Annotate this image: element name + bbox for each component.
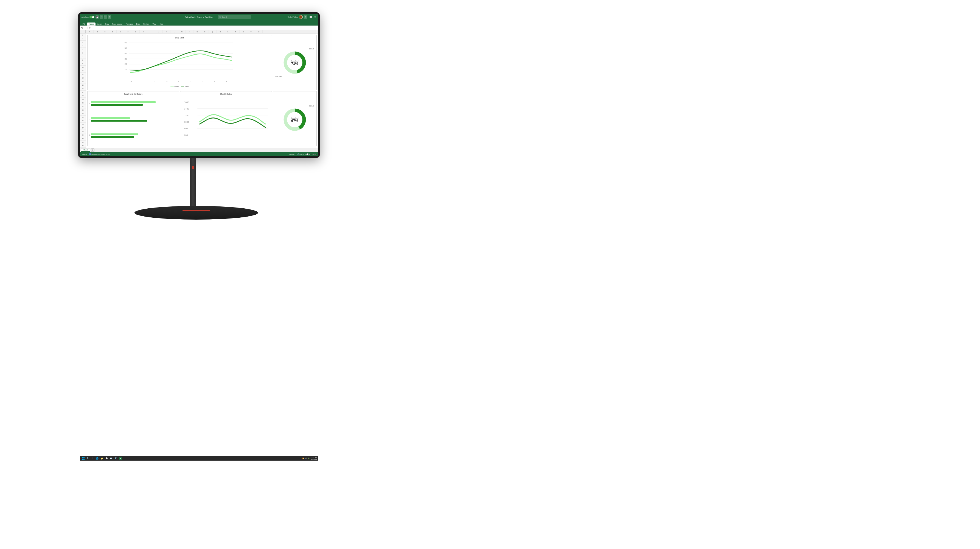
tab-page-layout[interactable]: Page Layout [111, 22, 124, 25]
start-button[interactable] [81, 457, 85, 460]
cell-reference[interactable]: A1 [81, 27, 88, 29]
row-20: 20 [80, 101, 86, 105]
col-q: Q [209, 30, 216, 33]
volume-icon: 🔊 [305, 458, 307, 459]
monthly-sales-svg: 1600 1400 1200 1000 800 600 [182, 96, 270, 143]
bar-group-4 [91, 101, 177, 106]
daily-sales-chart: Daily Sales 60 50 40 30 20 10 [87, 35, 272, 90]
row-23: 23 [80, 112, 86, 116]
col-m: M [178, 30, 186, 33]
add-sheet-button[interactable]: + [91, 148, 94, 152]
col-n: N [186, 30, 194, 33]
status-accessibility: ♿ Accessibility: Good to go [89, 153, 110, 155]
svg-text:7: 7 [214, 80, 215, 83]
row-22: 22 [80, 108, 86, 112]
col-e: E [117, 30, 124, 33]
grid-area: Daily Sales 60 50 40 30 20 10 [86, 33, 318, 148]
tab-view[interactable]: View [151, 22, 158, 25]
bar-group-2 [91, 134, 177, 138]
row-3: 3 [80, 41, 86, 44]
bar-4-dark [91, 104, 143, 106]
svg-text:1400: 1400 [184, 107, 189, 110]
svg-text:20: 20 [125, 63, 127, 65]
tab-data[interactable]: Data [135, 22, 142, 25]
row-14: 14 [80, 80, 86, 83]
supply-and-monthly-charts: Supply and Sell Orders 4 3 2 [87, 91, 272, 146]
search-taskbar-icon[interactable]: 🔍 [86, 457, 89, 460]
customize-icon[interactable]: ▾ [108, 15, 111, 19]
bar-3-dark [91, 120, 147, 122]
donut2-wrapper: Sales Goal 67% [282, 107, 307, 132]
taskview-icon[interactable]: ⊡ [91, 457, 94, 460]
row-31: 31 [80, 140, 86, 144]
col-r: R [216, 30, 224, 33]
svg-text:1000: 1000 [184, 121, 189, 123]
share-area: 🔗 Share 💬 Comments [295, 153, 317, 156]
tab-help[interactable]: Help [158, 22, 165, 25]
mail-icon[interactable]: 📧 [110, 457, 113, 460]
save-icon[interactable]: 💾 [95, 15, 99, 19]
excel-taskbar-icon[interactable]: X [119, 457, 122, 460]
stand-red-accent [192, 167, 194, 169]
window-controls: ─ ⬜ ✕ [304, 15, 317, 19]
svg-text:1: 1 [142, 80, 143, 83]
chat-icon[interactable]: 💬 [105, 457, 108, 460]
tab-review[interactable]: Review [142, 22, 151, 25]
col-i: I [147, 30, 155, 33]
user-avatar[interactable] [299, 15, 303, 19]
row-26: 26 [80, 123, 86, 126]
browser-icon[interactable]: 🌊 [114, 457, 118, 460]
row-29: 29 [80, 134, 86, 137]
sheet-tab-chart[interactable]: Chart [81, 148, 90, 152]
legend-miguel: Miguel [170, 85, 179, 87]
svg-text:4: 4 [178, 80, 179, 83]
row-15: 15 [80, 83, 86, 87]
search-box[interactable]: 🔍 Search [218, 15, 251, 19]
caleb-color [181, 86, 184, 86]
autosave-toggle[interactable] [89, 16, 94, 18]
donut2-percentage: 67% [291, 119, 299, 123]
donut1-center: Sales Goal 71% [291, 60, 299, 65]
tab-formulas[interactable]: Formulas [124, 22, 135, 25]
col-b: B [94, 30, 101, 33]
spreadsheet-main: 1 2 3 4 5 6 7 8 9 10 11 12 13 14 [80, 30, 318, 148]
donut2-center: Sales Goal 67% [291, 117, 299, 123]
taskbar-sys-tray: 📶 🔊 🔋 11:11 AM 10/30/21 [302, 457, 317, 460]
date-display: 10/30/21 [311, 458, 317, 460]
bar-2-dark [91, 136, 134, 138]
svg-text:3: 3 [166, 80, 167, 83]
comments-button[interactable]: 💬 Comments [307, 153, 317, 155]
folder-icon[interactable]: 📁 [100, 457, 103, 460]
tab-home[interactable]: Home [87, 22, 95, 25]
edge-icon[interactable]: 🌐 [95, 457, 99, 460]
autosave-area: AutoSave [81, 16, 94, 18]
redo-icon[interactable]: ↪ [104, 15, 107, 19]
svg-text:800: 800 [184, 127, 188, 130]
supply-y4: 4 [89, 103, 90, 105]
supply-orders-chart: Supply and Sell Orders 4 3 2 [87, 91, 179, 146]
col-headers: A B C D E F G H I J K L M [86, 30, 318, 33]
legend-caleb: Caleb [181, 85, 189, 87]
accessibility-text: Accessibility: Good to go [91, 153, 110, 155]
svg-text:0: 0 [130, 80, 132, 83]
share-button[interactable]: 🔗 Share [295, 153, 305, 156]
svg-text:60: 60 [125, 41, 127, 44]
base-red-stripe [183, 210, 210, 211]
donut1-label-top: 86 Left [275, 48, 314, 50]
tab-insert[interactable]: Insert [95, 22, 103, 25]
tab-draw[interactable]: Draw [103, 22, 111, 25]
close-button[interactable]: ✕ [313, 15, 317, 19]
formula-bar: A1 fx [80, 26, 318, 30]
minimize-button[interactable]: ─ [304, 15, 308, 19]
row-24: 24 [80, 116, 86, 119]
sheet-tabs: Chart + [80, 148, 318, 152]
tab-file[interactable]: File [81, 22, 87, 25]
user-name: Taylor Phillips [288, 16, 298, 18]
undo-icon[interactable]: ↩ [100, 15, 103, 19]
excel-app: AutoSave 💾 ↩ ↪ ▾ Sales Chart - Saved to … [80, 14, 318, 156]
supply-y2: 2 [89, 134, 90, 136]
row-16: 16 [80, 87, 86, 91]
col-g: G [132, 30, 140, 33]
restore-button[interactable]: ⬜ [309, 15, 313, 19]
taskbar: 🔍 ⊡ 🌐 📁 💬 📧 🌊 X 📶 🔊 🔋 11:11 AM 10/30/21 [80, 456, 318, 461]
